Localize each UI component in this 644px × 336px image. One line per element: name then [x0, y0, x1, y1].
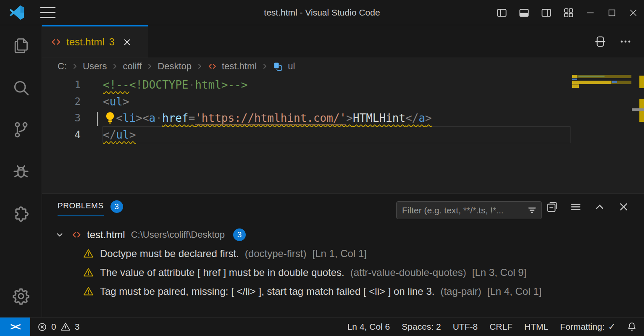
- chevron-right-icon: [111, 63, 118, 70]
- customize-layout-icon[interactable]: [557, 7, 580, 18]
- text-cursor: [97, 112, 98, 126]
- problems-file-path: C:\Users\coliff\Desktop: [131, 229, 225, 240]
- breadcrumb-users[interactable]: Users: [83, 61, 107, 72]
- line-number: 3: [42, 110, 81, 127]
- code-line[interactable]: 2<ul>: [42, 94, 644, 110]
- problem-code: (doctype-first): [245, 248, 307, 260]
- code-line[interactable]: 1<!--<!DOCTYPE·html>-->: [42, 77, 644, 94]
- view-as-table-icon[interactable]: [570, 201, 582, 213]
- toggle-secondary-sidebar-icon[interactable]: [535, 7, 557, 18]
- problems-file-name: test.html: [87, 229, 125, 241]
- line-content: <ul>: [81, 94, 129, 110]
- chevron-down-icon[interactable]: [55, 230, 65, 240]
- line-number: 4: [42, 127, 81, 144]
- problem-message: Doctype must be declared first.: [100, 248, 239, 260]
- close-window-button[interactable]: [623, 0, 644, 25]
- status-formatting[interactable]: Formatting: ✓: [554, 318, 621, 336]
- tab-label: test.html: [66, 36, 105, 48]
- status-language[interactable]: HTML: [518, 318, 554, 336]
- breadcrumb-file[interactable]: test.html: [222, 61, 257, 72]
- more-actions-icon[interactable]: [620, 36, 631, 47]
- split-editor-icon[interactable]: [594, 35, 607, 48]
- status-eol[interactable]: CRLF: [484, 318, 518, 336]
- extensions-icon[interactable]: [11, 204, 31, 223]
- error-icon: [37, 322, 47, 332]
- problem-location: [Ln 3, Col 9]: [472, 267, 526, 278]
- problem-code: (tag-pair): [440, 286, 481, 297]
- explorer-icon[interactable]: [11, 36, 31, 55]
- breadcrumb-desktop[interactable]: Desktop: [158, 61, 192, 72]
- warning-icon: [83, 248, 94, 259]
- warning-count: 3: [75, 322, 80, 332]
- code-line[interactable]: 4</ul>: [42, 127, 644, 144]
- problem-location: [Ln 4, Col 1]: [487, 286, 541, 297]
- problem-item[interactable]: Doctype must be declared first. (doctype…: [42, 244, 644, 263]
- html-file-icon: [208, 62, 217, 71]
- line-content: </ul>: [81, 127, 136, 144]
- html-file-icon: [50, 37, 62, 48]
- minimize-button[interactable]: [580, 0, 601, 25]
- problems-panel: PROBLEMS 3: [42, 193, 644, 317]
- panel-header: PROBLEMS 3: [42, 194, 644, 220]
- tab-problems[interactable]: PROBLEMS 3: [58, 197, 123, 216]
- tab-test-html[interactable]: test.html 3: [42, 25, 148, 58]
- problem-item[interactable]: Tag must be paired, missing: [ </li> ], …: [42, 282, 644, 301]
- file-problems-badge: 3: [233, 228, 246, 241]
- remote-indicator[interactable]: ><: [0, 318, 30, 336]
- close-panel-icon[interactable]: [618, 201, 630, 213]
- code-line[interactable]: 3 <li><a·href='https://htmlhint.com/'>HT…: [42, 110, 644, 127]
- maximize-button[interactable]: [601, 0, 623, 25]
- collapse-all-icon[interactable]: [546, 201, 558, 213]
- problem-location: [Ln 1, Col 1]: [313, 248, 367, 260]
- html-file-icon: [71, 230, 82, 240]
- vscode-logo-icon: [9, 5, 25, 21]
- status-indentation[interactable]: Spaces: 2: [396, 318, 447, 336]
- problem-item[interactable]: The value of attribute [ href ] must be …: [42, 263, 644, 282]
- formatting-label: Formatting:: [560, 322, 605, 332]
- filter-input[interactable]: [397, 205, 527, 215]
- run-debug-icon[interactable]: [11, 162, 31, 181]
- line-content: <!--<!DOCTYPE·html>-->: [81, 77, 247, 94]
- symbol-element-icon: [273, 61, 283, 72]
- problems-list: test.html C:\Users\coliff\Desktop 3 Doct…: [42, 220, 644, 317]
- line-content: <li><a·href='https://htmlhint.com/'>HTML…: [81, 110, 432, 127]
- chevron-right-icon: [146, 63, 153, 70]
- problems-file-row[interactable]: test.html C:\Users\coliff\Desktop 3: [42, 226, 644, 244]
- toggle-primary-sidebar-icon[interactable]: [491, 7, 513, 18]
- editor-group: test.html 3: [42, 25, 644, 193]
- menu-icon[interactable]: [40, 7, 55, 18]
- breadcrumb-symbol[interactable]: ul: [288, 61, 295, 72]
- status-bar: >< 0 3 Ln 4, Col 6 Spaces: 2 UTF-8 CRLF …: [0, 317, 644, 336]
- notifications-bell-icon[interactable]: [621, 318, 644, 336]
- problems-tab-label: PROBLEMS: [58, 201, 104, 216]
- lightbulb-icon[interactable]: [104, 111, 116, 125]
- status-problems[interactable]: 0 3: [30, 318, 86, 336]
- problem-message: Tag must be paired, missing: [ </li> ], …: [100, 286, 434, 297]
- status-line-col[interactable]: Ln 4, Col 6: [342, 318, 396, 336]
- activity-bar: [0, 25, 42, 317]
- toggle-panel-icon[interactable]: [513, 7, 535, 18]
- settings-gear-icon[interactable]: [11, 286, 31, 306]
- line-number: 1: [42, 77, 81, 94]
- problem-message: The value of attribute [ href ] must be …: [100, 267, 344, 278]
- tab-close-icon[interactable]: [123, 38, 131, 47]
- status-encoding[interactable]: UTF-8: [447, 318, 484, 336]
- breadcrumb-coliff[interactable]: coliff: [123, 61, 142, 72]
- chevron-right-icon: [261, 63, 268, 70]
- warning-icon: [83, 286, 94, 297]
- vscode-window: test.html - Visual Studio Code: [0, 0, 644, 336]
- search-icon[interactable]: [11, 78, 31, 97]
- maximize-panel-icon[interactable]: [594, 201, 606, 213]
- filter-icon[interactable]: [527, 205, 541, 215]
- tab-problem-badge: 3: [109, 37, 115, 48]
- breadcrumb-drive[interactable]: C:: [58, 61, 67, 72]
- warning-icon: [60, 321, 71, 332]
- code-lines: 1<!--<!DOCTYPE·html>-->2<ul>3 <li><a·hre…: [42, 75, 644, 143]
- chevron-right-icon: [71, 63, 78, 70]
- overview-ruler-cursor: [632, 108, 644, 111]
- problems-count-badge: 3: [110, 200, 123, 213]
- code-editor[interactable]: 1<!--<!DOCTYPE·html>-->2<ul>3 <li><a·hre…: [42, 75, 644, 193]
- line-number: 2: [42, 94, 81, 110]
- source-control-icon[interactable]: [11, 120, 31, 139]
- problem-code: (attr-value-double-quotes): [350, 267, 466, 278]
